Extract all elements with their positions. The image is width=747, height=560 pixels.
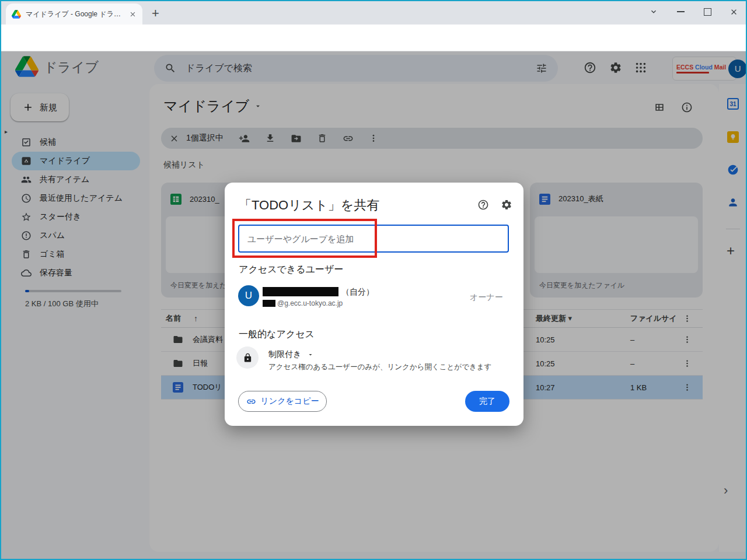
access-level-dropdown[interactable]: 制限付き: [268, 349, 314, 360]
link-icon: [246, 397, 256, 407]
owner-email-domain: @g.ecc.u-tokyo.ac.jp: [277, 299, 343, 307]
drive-favicon: [12, 10, 21, 19]
dialog-title: 「TODOリスト」を共有: [239, 197, 379, 214]
redacted-owner-name: [263, 287, 338, 296]
new-tab-button[interactable]: +: [152, 6, 159, 21]
tab-title: マイドライブ - Google ドライブ: [26, 9, 124, 19]
dropdown-arrow-icon: [307, 351, 314, 358]
people-with-access-header: アクセスできるユーザー: [239, 264, 343, 276]
access-level-value: 制限付き: [268, 349, 301, 360]
owner-role-label: オーナー: [470, 292, 503, 303]
window-close-button[interactable]: [725, 5, 742, 19]
access-description: アクセス権のあるユーザーのみが、リンクから開くことができます: [268, 362, 491, 372]
window-minimize-button[interactable]: [672, 5, 689, 19]
copy-link-button[interactable]: リンクをコピー: [238, 391, 327, 412]
owner-avatar: U: [238, 285, 259, 306]
copy-link-label: リンクをコピー: [261, 396, 319, 407]
window-maximize-button[interactable]: [699, 5, 715, 19]
tab-close-icon[interactable]: [129, 10, 137, 18]
restricted-lock-icon: [236, 346, 259, 369]
owner-self-label: （自分）: [341, 287, 374, 298]
browser-toolbar: drive.google.com/drive/my-drive U: [0, 24, 747, 51]
tab-search-icon[interactable]: [645, 5, 662, 19]
browser-window: マイドライブ - Google ドライブ +: [0, 0, 747, 560]
general-access-header: 一般的なアクセス: [239, 328, 315, 341]
browser-tab[interactable]: マイドライブ - Google ドライブ: [6, 4, 142, 24]
tab-bar: マイドライブ - Google ドライブ +: [0, 0, 747, 24]
done-button[interactable]: 完了: [465, 391, 509, 412]
dialog-settings-icon[interactable]: [501, 199, 512, 211]
redacted-email-prefix: [263, 300, 275, 307]
dialog-help-icon[interactable]: [477, 199, 489, 211]
annotation-highlight-box: [232, 219, 377, 258]
